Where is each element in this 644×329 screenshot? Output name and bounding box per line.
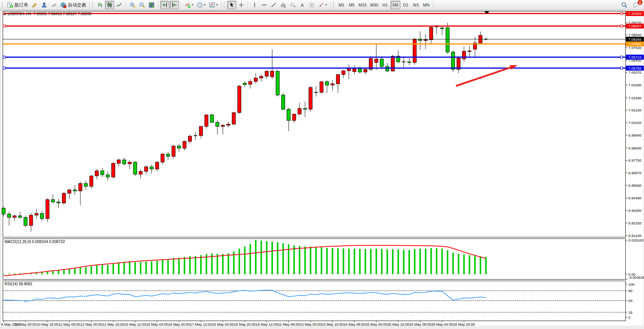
candle-body — [468, 51, 471, 52]
line-handle — [3, 25, 5, 27]
candle-body — [347, 68, 351, 71]
label-glyph: T — [311, 3, 313, 7]
mql5-community-button[interactable] — [40, 1, 49, 9]
indicators-dropdown-button[interactable]: ▾ — [183, 1, 195, 9]
candle-body — [446, 28, 449, 52]
cursor-tool-button[interactable] — [227, 1, 236, 9]
crosshair-icon — [238, 2, 244, 8]
toolbar-separator — [248, 1, 248, 9]
candle-body — [353, 69, 356, 72]
toolbar-separator — [221, 1, 222, 9]
candle-body — [386, 67, 389, 71]
candle-body — [112, 163, 115, 177]
candle-body — [73, 190, 77, 191]
candle-body — [134, 162, 137, 174]
text-label-tool-button[interactable]: T — [307, 1, 316, 9]
auto-trading-button[interactable]: 自动交易 — [59, 1, 88, 9]
dropdown-caret-icon: ▾ — [192, 3, 193, 6]
candle-body — [89, 176, 93, 186]
candle-body — [391, 56, 394, 71]
timeframe-m5-button[interactable]: M5 — [347, 1, 357, 9]
trendline-tool-button[interactable] — [269, 1, 278, 9]
candlestick-chart-button[interactable] — [105, 1, 114, 9]
text-tool-button[interactable]: A — [298, 1, 307, 9]
equidistant-channel-tool-button[interactable]: E — [279, 1, 288, 9]
svg-text:29 May 04:00: 29 May 04:00 — [431, 322, 453, 326]
svg-text:12 May 00:00: 12 May 00:00 — [80, 322, 102, 326]
candle-body — [68, 190, 71, 193]
candle-body — [18, 216, 22, 218]
price-chart-svg[interactable]: 7.097207.086407.075307.064507.053707.042… — [0, 0, 644, 329]
chart-shift-button[interactable] — [170, 1, 179, 9]
candle-body — [429, 27, 433, 40]
timeframe-h4-button[interactable]: H4 — [391, 1, 400, 9]
svg-text:6.91240: 6.91240 — [628, 234, 641, 238]
candle-body — [210, 115, 214, 122]
metaeditor-button[interactable] — [30, 1, 39, 9]
candle-body — [51, 200, 55, 202]
templates-dropdown-button[interactable]: ▾ — [207, 1, 219, 9]
line-chart-button[interactable] — [115, 1, 124, 9]
new-order-button[interactable]: 新订单 — [5, 1, 30, 9]
svg-text:12 May 16:00: 12 May 16:00 — [102, 322, 124, 326]
svg-text:0.025163: 0.025163 — [628, 238, 644, 242]
svg-text:6.99940: 6.99940 — [628, 133, 641, 137]
svg-text:0: 0 — [628, 315, 630, 319]
arrows-dropdown-button[interactable]: ▾ — [317, 1, 328, 9]
trendline-icon — [271, 2, 277, 8]
timeframe-m1-button[interactable]: M1 — [336, 1, 346, 9]
svg-text:16 May 04:00: 16 May 04:00 — [146, 322, 168, 326]
chart-background — [1, 11, 643, 326]
price-label-text: 7.05756 — [628, 66, 641, 70]
horizontal-line-tool-button[interactable] — [260, 1, 269, 9]
horizontal-line-icon — [261, 2, 267, 8]
dropdown-caret-icon: ▾ — [204, 3, 206, 6]
vertical-line-tool-button[interactable] — [250, 1, 259, 9]
zoom-out-button[interactable] — [137, 1, 147, 9]
candle-body — [292, 114, 296, 121]
line-handle — [620, 67, 623, 69]
candle-body — [331, 84, 334, 85]
candle-body — [183, 141, 186, 148]
crosshair-tool-button[interactable] — [237, 1, 246, 9]
periods-dropdown-button[interactable]: ▾ — [195, 1, 207, 9]
svg-text:6.93400: 6.93400 — [628, 208, 641, 213]
candle-body — [276, 71, 279, 95]
toolbar-grip[interactable] — [333, 2, 335, 8]
candle-body — [440, 28, 444, 29]
svg-text:7.08640: 7.08640 — [628, 33, 641, 37]
toolbar-grip[interactable] — [92, 2, 94, 8]
signals-button[interactable] — [49, 1, 58, 9]
toolbar-grip[interactable] — [2, 2, 4, 8]
toolbar-separator — [89, 1, 90, 9]
cursor-icon — [229, 2, 235, 8]
toolbar-grip[interactable] — [224, 2, 226, 8]
svg-text:10 May 16:00: 10 May 16:00 — [37, 322, 59, 326]
svg-text:10 May 00:00: 10 May 00:00 — [14, 322, 37, 326]
fibonacci-tool-button[interactable]: F — [288, 1, 297, 9]
svg-text:18 May 20:00: 18 May 20:00 — [234, 322, 256, 326]
timeframe-w1-button[interactable]: W1 — [411, 1, 421, 9]
metaeditor-icon — [32, 2, 38, 8]
candle-body — [46, 200, 49, 219]
timeframe-mn-button[interactable]: MN — [421, 1, 431, 9]
timeframe-h1-button[interactable]: H1 — [380, 1, 390, 9]
tile-windows-button[interactable] — [147, 1, 156, 9]
auto-scroll-button[interactable] — [160, 1, 169, 9]
candle-body — [57, 202, 60, 203]
svg-text:6.92320: 6.92320 — [628, 221, 641, 225]
candle-body — [238, 86, 241, 113]
timeframe-d1-button[interactable]: D1 — [401, 1, 411, 9]
new-order-label: 新订单 — [14, 2, 28, 8]
candle-body — [205, 115, 208, 126]
candle-body — [325, 82, 329, 85]
timeframe-m15-button[interactable]: M15 — [357, 1, 368, 9]
timeframe-m30-button[interactable]: M30 — [368, 1, 379, 9]
candle-body — [358, 69, 362, 72]
search-button[interactable] — [620, 1, 629, 9]
price-label-text: 7.07856 — [628, 42, 641, 46]
zoom-in-button[interactable] — [128, 1, 137, 9]
bar-chart-button[interactable] — [96, 1, 105, 9]
candle-body — [243, 83, 247, 85]
notifications-button[interactable]: 1 — [631, 1, 641, 9]
